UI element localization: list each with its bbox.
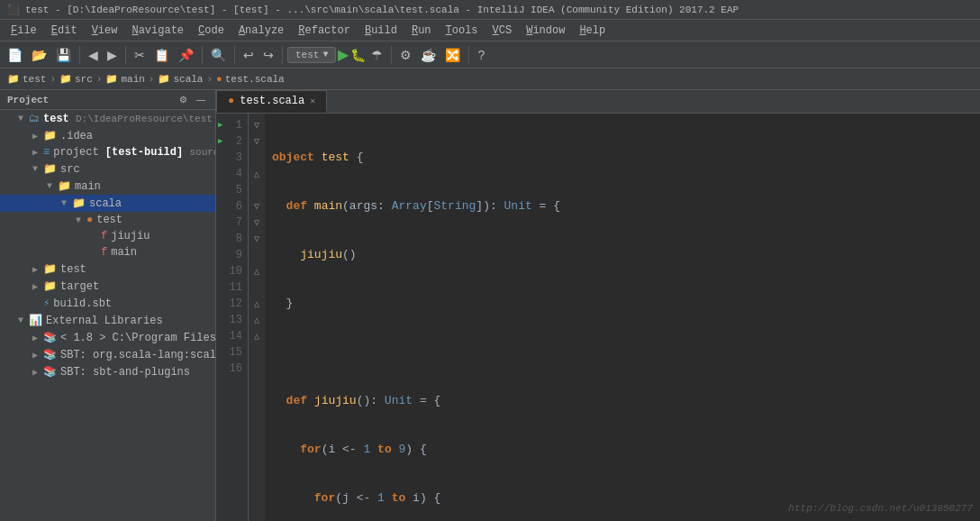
toolbar-vcs[interactable]: 🔀 (441, 46, 464, 64)
toolbar-help[interactable]: ? (474, 46, 488, 64)
code-content[interactable]: object test { def main(args: Array[Strin… (265, 114, 980, 521)
breadcrumb-file[interactable]: ● test.scala (216, 74, 285, 85)
sidebar-collapse[interactable]: — (194, 94, 208, 105)
gutter: ▽ ▽ △ ▽ ▽ ▽ △ △ △ △ (249, 114, 265, 521)
tree-item-test-dir[interactable]: ▶ 📁 test (0, 260, 215, 278)
tree-label: build.sbt (53, 297, 112, 310)
tree-item-test-obj[interactable]: ▼ ● test (0, 212, 215, 228)
menu-code[interactable]: Code (191, 23, 231, 39)
menu-vcs[interactable]: VCS (485, 23, 520, 39)
menu-file[interactable]: File (4, 23, 44, 39)
toolbar-paste[interactable]: 📌 (175, 46, 197, 64)
tree-item-src[interactable]: ▼ 📁 src (0, 160, 215, 178)
gutter-15 (249, 344, 265, 361)
scala-folder-icon: 📁 (72, 197, 86, 210)
tree-item-sbt-plugins[interactable]: ▶ 📚 SBT: sbt-and-plugins (0, 363, 215, 380)
toolbar-undo[interactable]: ↩ (240, 46, 258, 64)
tree-item-ext-libs[interactable]: ▼ 📊 External Libraries (0, 312, 215, 329)
menu-window[interactable]: Window (519, 23, 572, 39)
toolbar-copy[interactable]: 📋 (150, 46, 173, 64)
tree-item-java[interactable]: ▶ 📚 < 1.8 > C:\Program Files\Java\jdk1.8… (0, 329, 215, 346)
type-string: String (434, 198, 476, 215)
tree-item-main-fn[interactable]: f main (0, 244, 215, 260)
kw-def-jiujiu: def (286, 393, 307, 409)
menu-navigate[interactable]: Navigate (124, 23, 191, 39)
toolbar-new[interactable]: 📄 (4, 46, 26, 64)
editor-panel: ● test.scala ✕ ▶ 1 ▶ 2 3 4 5 6 7 8 (216, 90, 980, 521)
toolbar-sdk[interactable]: ☕ (417, 46, 440, 64)
toolbar-redo[interactable]: ↪ (259, 46, 277, 64)
run-button[interactable]: ▶ (338, 46, 349, 63)
toolbar-back[interactable]: ◀ (85, 46, 102, 64)
tree-item-scala[interactable]: ▼ 📁 scala (0, 195, 215, 212)
gutter-fold-4[interactable]: △ (249, 166, 265, 182)
tree-label: project [test-build] sources root (53, 146, 215, 159)
tree-label: SBT: org.scala-lang:scala-library:2.11.8… (60, 349, 215, 361)
menu-tools[interactable]: Tools (439, 23, 485, 39)
menu-build[interactable]: Build (358, 23, 404, 39)
method-icon: f (101, 246, 107, 259)
toolbar-forward[interactable]: ▶ (104, 46, 121, 64)
sbt-plugins-icon: 📚 (43, 365, 57, 379)
tree-item-target[interactable]: ▶ 📁 target (0, 278, 215, 295)
sbt-icon: ⚡ (43, 297, 50, 310)
tree-item-test-root[interactable]: ▼ 🗂 test D:\IdeaProResource\test (0, 110, 215, 127)
gutter-fold-14[interactable]: △ (249, 328, 265, 344)
breadcrumb-scala[interactable]: 📁 scala (158, 73, 203, 85)
target-icon: 📁 (43, 279, 57, 293)
run-config[interactable]: test ▼ (287, 47, 336, 63)
gutter-fold-12[interactable]: △ (249, 296, 265, 312)
toolbar-coverage[interactable]: ☂ (368, 46, 386, 64)
menu-help[interactable]: Help (572, 23, 612, 39)
tree-item-build-sbt[interactable]: ⚡ build.sbt (0, 295, 215, 312)
breadcrumb-sep-1: › (50, 74, 56, 85)
method-icon: f (101, 230, 107, 242)
tab-close-button[interactable]: ✕ (310, 96, 315, 106)
sidebar-settings[interactable]: ⚙ (177, 94, 190, 105)
tree-item-jiujiu[interactable]: f jiujiu (0, 228, 215, 244)
kw-def-main: def (286, 198, 307, 215)
tree-item-main[interactable]: ▼ 📁 main (0, 178, 215, 195)
kw-object: object (272, 150, 314, 166)
debug-button[interactable]: 🐛 (350, 48, 366, 62)
toolbar-open[interactable]: 📂 (28, 46, 50, 64)
toolbar-save[interactable]: 💾 (52, 46, 75, 64)
src-icon: 📁 (59, 73, 72, 85)
gutter-fold-1[interactable]: ▽ (249, 117, 265, 133)
gutter-11 (249, 279, 265, 296)
main-layout: Project ⚙ — ▼ 🗂 test D:\IdeaProResource\… (0, 90, 980, 521)
breadcrumb-test-label: test (23, 74, 46, 85)
menu-refactor[interactable]: Refactor (291, 23, 358, 39)
tree-item-scala-lib[interactable]: ▶ 📚 SBT: org.scala-lang:scala-library:2.… (0, 346, 215, 363)
sbt-lib-icon: 📚 (43, 348, 57, 361)
menu-analyze[interactable]: Analyze (231, 23, 291, 39)
gutter-fold-7[interactable]: ▽ (249, 215, 265, 231)
toolbar-search[interactable]: 🔍 (207, 46, 230, 64)
gutter-fold-8[interactable]: ▽ (249, 231, 265, 247)
tree-item-idea[interactable]: ▶ 📁 .idea (0, 127, 215, 144)
toolbar-settings[interactable]: ⚙ (396, 46, 415, 64)
toolbar-sep-2 (125, 46, 126, 64)
line-num-10: 10 (216, 263, 248, 279)
gutter-fold-6[interactable]: ▽ (249, 198, 265, 215)
gutter-fold-2[interactable]: ▽ (249, 133, 265, 150)
folder-icon: 📁 (43, 129, 57, 142)
num-1b: 1 (377, 490, 385, 507)
code-line-2: def main(args: Array[String]): Unit = { (272, 198, 973, 215)
breadcrumb-main[interactable]: 📁 main (105, 73, 144, 85)
gutter-fold-10[interactable]: △ (249, 263, 265, 279)
menu-run[interactable]: Run (404, 23, 439, 39)
breadcrumb-test[interactable]: 📁 test (7, 73, 46, 85)
kw-for-1: for (300, 442, 321, 458)
watermark: http://blog.csdn.net/u013850277 (788, 503, 973, 514)
tree-item-project[interactable]: ▶ ≡ project [test-build] sources root (0, 144, 215, 160)
breadcrumb-src[interactable]: 📁 src (59, 73, 93, 85)
menu-view[interactable]: View (85, 23, 125, 39)
toolbar-cut[interactable]: ✂ (131, 46, 149, 64)
title-bar: ⬛ test - [D:\IdeaProResource\test] - [te… (0, 0, 980, 20)
folder-icon: 📁 (58, 179, 71, 193)
line-num-12: 12 (216, 296, 248, 312)
gutter-fold-13[interactable]: △ (249, 312, 265, 328)
menu-edit[interactable]: Edit (44, 23, 85, 39)
editor-tab-test-scala[interactable]: ● test.scala ✕ (216, 90, 327, 113)
